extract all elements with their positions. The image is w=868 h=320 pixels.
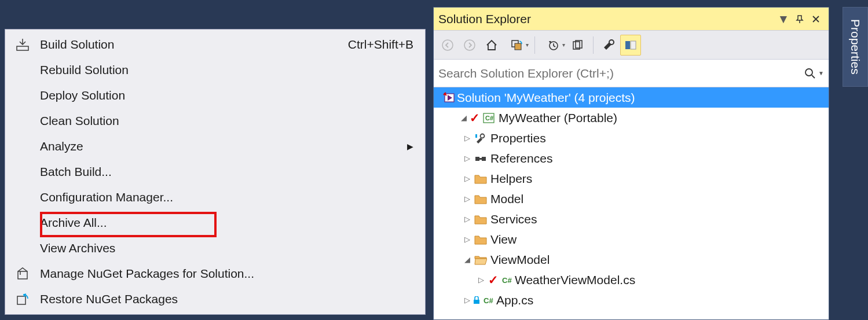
svg-rect-11 [625, 41, 630, 49]
panel-titlebar: Solution Explorer ▼ [434, 8, 829, 31]
folder-icon [473, 194, 488, 204]
solution-icon [442, 92, 457, 104]
solution-explorer-toolbar [434, 31, 829, 60]
node-label: App.cs [496, 293, 533, 307]
folder-viewmodel[interactable]: ◢ ViewModel [434, 249, 829, 270]
file-weathervm[interactable]: ▷ ✓ C# WeatherViewModel.cs [434, 270, 829, 290]
project-node[interactable]: ◢ ✓ C# MyWeather (Portable) [434, 108, 829, 128]
project-label: MyWeather (Portable) [499, 111, 617, 125]
node-label: WeatherViewModel.cs [515, 273, 635, 287]
folder-view[interactable]: ▷ View [434, 229, 829, 249]
svg-text:C#: C# [484, 296, 493, 305]
lock-icon [473, 296, 480, 304]
folder-services[interactable]: ▷ Services [434, 209, 829, 229]
node-label: Services [490, 212, 537, 226]
search-input[interactable] [438, 67, 804, 80]
svg-rect-20 [482, 157, 486, 161]
svg-text:C#: C# [485, 115, 493, 122]
close-icon[interactable] [808, 15, 824, 23]
toolbar-separator [534, 36, 535, 54]
panel-dropdown-icon[interactable]: ▼ [775, 12, 792, 26]
csharp-file-icon: C# [481, 295, 496, 306]
solution-label: Solution 'MyWeather' (4 projects) [457, 91, 635, 105]
submenu-arrow-icon: ▶ [402, 142, 413, 151]
properties-side-tab[interactable]: Properties [843, 7, 868, 87]
svg-rect-0 [17, 46, 28, 50]
build-icon [5, 38, 40, 51]
search-icon[interactable]: ▼ [804, 68, 824, 79]
solution-explorer-panel: Solution Explorer ▼ [433, 7, 829, 320]
svg-point-3 [442, 40, 453, 50]
pin-icon[interactable] [792, 15, 808, 23]
csharp-project-icon: C# [481, 113, 496, 123]
menu-archive-all[interactable]: Archive All... [5, 210, 425, 236]
csharp-file-icon: C# [500, 275, 515, 285]
side-tab-label: Properties [848, 19, 862, 75]
menu-clean-solution[interactable]: Clean Solution [5, 108, 425, 134]
properties-node[interactable]: ▷ Properties [434, 128, 829, 148]
expander-open-icon[interactable]: ◢ [458, 113, 470, 122]
menu-label: Manage NuGet Packages for Solution... [40, 267, 413, 281]
expander-closed-icon[interactable]: ▷ [462, 235, 473, 244]
home-button[interactable] [481, 35, 502, 56]
menu-label: Restore NuGet Packages [40, 292, 413, 306]
sync-button[interactable] [503, 35, 530, 56]
forward-button[interactable] [459, 35, 480, 56]
svg-rect-12 [631, 41, 636, 49]
node-label: View [490, 233, 517, 247]
expander-closed-icon[interactable]: ▷ [462, 194, 473, 203]
menu-restore-nuget[interactable]: Restore NuGet Packages [5, 286, 425, 312]
checkmark-icon: ✓ [470, 111, 480, 125]
nuget-icon [5, 267, 40, 280]
toolbar-separator [593, 36, 594, 54]
expander-closed-icon[interactable]: ▷ [462, 154, 473, 163]
svg-point-13 [805, 69, 812, 76]
expander-closed-icon[interactable]: ▷ [462, 134, 473, 142]
menu-build-solution[interactable]: Build Solution Ctrl+Shift+B [5, 32, 425, 57]
svg-rect-19 [475, 157, 479, 161]
node-label: References [490, 152, 552, 165]
expander-closed-icon[interactable]: ▷ [462, 174, 473, 183]
folder-model[interactable]: ▷ Model [434, 189, 829, 209]
menu-label: Archive All... [40, 216, 413, 230]
svg-point-10 [609, 40, 614, 45]
properties-icon [473, 133, 488, 144]
expander-closed-icon[interactable]: ▷ [462, 296, 473, 304]
menu-manage-nuget[interactable]: Manage NuGet Packages for Solution... [5, 261, 425, 286]
node-label: Properties [490, 131, 546, 145]
menu-configuration-manager[interactable]: Configuration Manager... [5, 185, 425, 210]
show-all-files-button[interactable] [567, 35, 588, 56]
menu-analyze[interactable]: Analyze ▶ [5, 134, 425, 159]
node-label: Helpers [490, 172, 532, 186]
menu-label: View Archives [40, 241, 413, 255]
menu-view-archives[interactable]: View Archives [5, 236, 425, 261]
svg-point-17 [481, 134, 485, 138]
preview-button[interactable] [620, 35, 641, 56]
menu-batch-build[interactable]: Batch Build... [5, 159, 425, 185]
expander-closed-icon[interactable]: ▷ [462, 215, 473, 223]
menu-label: Clean Solution [40, 114, 413, 128]
back-button[interactable] [437, 35, 458, 56]
references-node[interactable]: ▷ References [434, 148, 829, 168]
menu-label: Configuration Manager... [40, 190, 413, 204]
menu-label: Rebuild Solution [40, 63, 413, 77]
solution-node[interactable]: Solution 'MyWeather' (4 projects) [434, 87, 829, 108]
svg-rect-18 [475, 134, 477, 138]
checkmark-icon: ✓ [488, 273, 499, 287]
restore-icon [5, 293, 40, 306]
properties-button[interactable] [598, 35, 619, 56]
pending-changes-button[interactable] [540, 35, 566, 56]
expander-open-icon[interactable]: ◢ [462, 255, 473, 264]
svg-text:C#: C# [502, 276, 512, 285]
expander-closed-icon[interactable]: ▷ [475, 275, 487, 284]
folder-helpers[interactable]: ▷ Helpers [434, 168, 829, 189]
menu-rebuild-solution[interactable]: Rebuild Solution [5, 57, 425, 83]
folder-open-icon [473, 255, 488, 265]
search-row: ▼ [434, 60, 829, 87]
svg-rect-2 [17, 296, 25, 304]
panel-title: Solution Explorer [438, 12, 775, 26]
menu-deploy-solution[interactable]: Deploy Solution [5, 83, 425, 108]
svg-rect-1 [18, 271, 27, 279]
svg-rect-23 [474, 300, 479, 304]
file-appcs[interactable]: ▷ C# App.cs [434, 290, 829, 310]
